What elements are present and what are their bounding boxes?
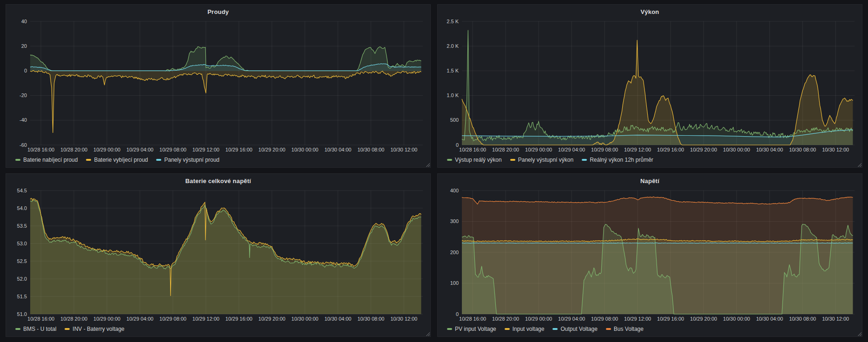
legend-item[interactable]: Panely výstupní proud bbox=[156, 157, 219, 163]
y-tick-label: 52.5 bbox=[17, 258, 27, 264]
y-tick-label: 53.5 bbox=[17, 223, 27, 229]
resize-handle-icon[interactable] bbox=[426, 163, 430, 167]
x-tick-label: 10/29 12:00 bbox=[624, 147, 651, 152]
x-tick-label: 10/30 12:00 bbox=[390, 147, 417, 152]
x-tick-label: 10/29 08:00 bbox=[591, 316, 618, 322]
y-tick-label: 100 bbox=[450, 280, 459, 286]
x-tick-label: 10/29 12:00 bbox=[624, 316, 651, 322]
y-tick-label: 1.0 K bbox=[447, 92, 459, 98]
y-tick-label: 52.0 bbox=[17, 276, 27, 282]
legend: BMS - U totalINV - Baterry voltage bbox=[9, 323, 427, 335]
legend-swatch-icon bbox=[156, 159, 161, 161]
legend-item[interactable]: BMS - U total bbox=[15, 326, 56, 332]
legend-item[interactable]: Panely výstupní výkon bbox=[510, 157, 573, 163]
resize-handle-icon[interactable] bbox=[857, 332, 861, 336]
legend-item[interactable]: Výstup reálý výkon bbox=[447, 157, 502, 163]
x-tick-label: 10/29 16:00 bbox=[225, 147, 252, 152]
chart-canvas[interactable]: 400300200100010/28 16:0010/28 20:0010/29… bbox=[441, 187, 859, 323]
panel-title[interactable]: Napětí bbox=[441, 176, 859, 187]
timeseries-chart-proudy[interactable]: 40200-20-40-6010/28 16:0010/28 20:0010/2… bbox=[9, 18, 427, 154]
legend-item[interactable]: INV - Baterry voltage bbox=[65, 326, 124, 332]
timeseries-chart-vykon[interactable]: 2.5 K2.0 K1.5 K1.0 K500010/28 16:0010/28… bbox=[441, 18, 859, 154]
x-tick-label: 10/30 04:00 bbox=[324, 147, 351, 152]
x-tick-label: 10/28 16:00 bbox=[459, 316, 486, 322]
legend-swatch-icon bbox=[582, 159, 587, 161]
x-tick-label: 10/30 04:00 bbox=[324, 316, 351, 322]
legend-swatch-icon bbox=[510, 159, 515, 161]
x-tick-label: 10/29 08:00 bbox=[591, 147, 618, 152]
legend-swatch-icon bbox=[606, 328, 611, 330]
chart-canvas[interactable]: 2.5 K2.0 K1.5 K1.0 K500010/28 16:0010/28… bbox=[441, 18, 859, 154]
legend-swatch-icon bbox=[447, 328, 452, 330]
panel-baterie-celkove-napeti: Baterie celkové napětí 54.554.053.553.05… bbox=[6, 173, 431, 337]
x-tick-label: 10/28 16:00 bbox=[27, 316, 54, 322]
series-area-1 bbox=[30, 71, 421, 133]
y-tick-label: 54.0 bbox=[17, 205, 27, 211]
y-tick-label: 0 bbox=[456, 142, 459, 148]
panel-title[interactable]: Baterie celkové napětí bbox=[9, 176, 427, 187]
x-tick-label: 10/30 00:00 bbox=[723, 147, 750, 152]
panel-title[interactable]: Proudy bbox=[9, 7, 427, 18]
legend-swatch-icon bbox=[65, 328, 70, 330]
series-line-2 bbox=[462, 243, 853, 243]
x-tick-label: 10/30 12:00 bbox=[390, 316, 417, 322]
x-tick-label: 10/30 08:00 bbox=[789, 316, 816, 322]
x-tick-label: 10/29 12:00 bbox=[192, 316, 219, 322]
x-tick-label: 10/29 00:00 bbox=[525, 147, 552, 152]
y-tick-label: 51.0 bbox=[17, 311, 27, 317]
y-tick-label: 1.5 K bbox=[447, 68, 459, 73]
x-tick-label: 10/29 00:00 bbox=[93, 147, 120, 152]
y-tick-label: 0 bbox=[24, 68, 27, 73]
timeseries-chart-baterie-napeti[interactable]: 54.554.053.553.052.552.051.551.010/28 16… bbox=[9, 187, 427, 323]
legend-swatch-icon bbox=[447, 159, 452, 161]
x-tick-label: 10/30 04:00 bbox=[756, 316, 783, 322]
y-tick-label: 400 bbox=[450, 188, 459, 193]
x-tick-label: 10/29 04:00 bbox=[126, 147, 153, 152]
chart-canvas[interactable]: 40200-20-40-6010/28 16:0010/28 20:0010/2… bbox=[9, 18, 427, 154]
x-tick-label: 10/29 04:00 bbox=[558, 316, 585, 322]
y-tick-label: 54.5 bbox=[17, 188, 27, 193]
panel-title[interactable]: Výkon bbox=[441, 7, 859, 18]
x-tick-label: 10/29 04:00 bbox=[126, 316, 153, 322]
x-tick-label: 10/30 12:00 bbox=[822, 316, 849, 322]
legend-item[interactable]: Output Voltage bbox=[552, 326, 597, 332]
x-tick-label: 10/29 08:00 bbox=[159, 147, 186, 152]
x-tick-label: 10/30 08:00 bbox=[789, 147, 816, 152]
resize-handle-icon[interactable] bbox=[426, 332, 430, 336]
x-tick-label: 10/29 20:00 bbox=[258, 316, 285, 322]
x-tick-label: 10/28 16:00 bbox=[459, 147, 486, 152]
legend-item[interactable]: Reálný výkon 12h průměr bbox=[582, 157, 653, 163]
legend: PV input VoltageInput voltageOutput Volt… bbox=[441, 323, 859, 335]
legend-label: PV input Voltage bbox=[455, 326, 496, 332]
legend-label: Výstup reálý výkon bbox=[455, 157, 502, 163]
legend-swatch-icon bbox=[15, 159, 20, 161]
legend-item[interactable]: Input voltage bbox=[505, 326, 545, 332]
y-tick-label: -60 bbox=[20, 142, 27, 148]
x-tick-label: 10/30 08:00 bbox=[357, 316, 384, 322]
legend-swatch-icon bbox=[15, 328, 20, 330]
panel-proudy: Proudy 40200-20-40-6010/28 16:0010/28 20… bbox=[6, 4, 431, 168]
legend: Baterie nabíjecí proudBaterie vybíjecí p… bbox=[9, 154, 427, 165]
x-tick-label: 10/29 04:00 bbox=[558, 147, 585, 152]
legend-item[interactable]: PV input Voltage bbox=[447, 326, 496, 332]
legend-item[interactable]: Baterie vybíjecí proud bbox=[86, 157, 148, 163]
series-area-0 bbox=[30, 200, 421, 314]
legend-label: Baterie vybíjecí proud bbox=[94, 157, 148, 163]
legend-item[interactable]: Bus Voltage bbox=[606, 326, 644, 332]
x-tick-label: 10/29 16:00 bbox=[225, 316, 252, 322]
x-tick-label: 10/30 04:00 bbox=[756, 147, 783, 152]
y-tick-label: 2.5 K bbox=[447, 19, 459, 24]
timeseries-chart-napeti[interactable]: 400300200100010/28 16:0010/28 20:0010/29… bbox=[441, 187, 859, 323]
chart-canvas[interactable]: 54.554.053.553.052.552.051.551.010/28 16… bbox=[9, 187, 427, 323]
x-tick-label: 10/28 16:00 bbox=[27, 147, 54, 152]
y-tick-label: 20 bbox=[21, 43, 27, 49]
legend-item[interactable]: Baterie nabíjecí proud bbox=[15, 157, 78, 163]
x-tick-label: 10/29 20:00 bbox=[690, 147, 717, 152]
legend: Výstup reálý výkonPanely výstupní výkonR… bbox=[441, 154, 859, 165]
x-tick-label: 10/28 20:00 bbox=[60, 147, 87, 152]
x-tick-label: 10/28 20:00 bbox=[492, 316, 519, 322]
legend-label: Reálný výkon 12h průměr bbox=[590, 157, 653, 163]
grid bbox=[30, 21, 423, 145]
resize-handle-icon[interactable] bbox=[857, 163, 861, 167]
panel-napeti: Napětí 400300200100010/28 16:0010/28 20:… bbox=[437, 173, 862, 337]
